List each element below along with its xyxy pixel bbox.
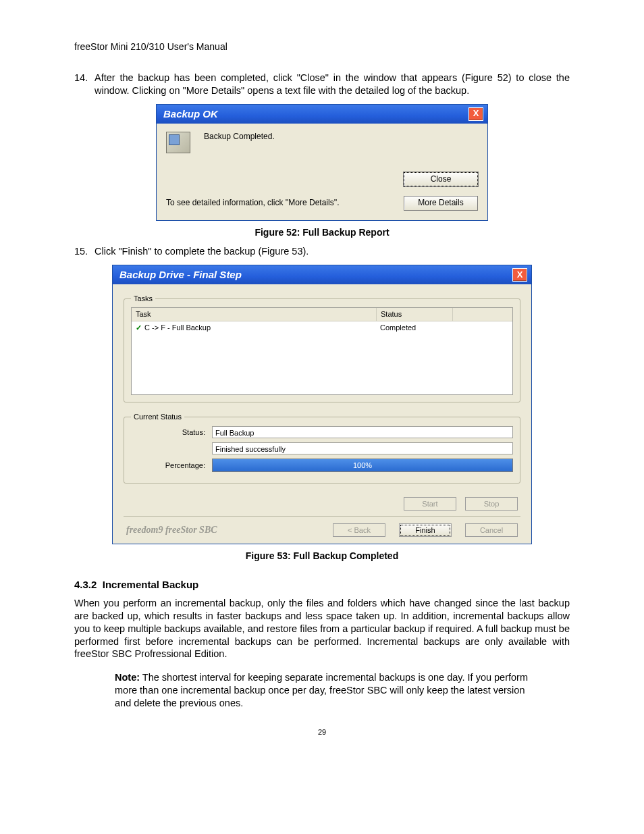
tasks-list[interactable]: Task Status ✓ C -> F - Full Backup Compl… — [131, 307, 513, 395]
backup-icon — [166, 132, 190, 153]
task-name: C -> F - Full Backup — [144, 323, 211, 332]
note-label: Note: — [115, 672, 140, 683]
dialog2-title: Backup Drive - Final Step — [119, 268, 242, 282]
dialog-title: Backup OK — [163, 107, 218, 121]
section-title: Incremental Backup — [103, 579, 199, 590]
brand-label: freedom9 freeStor SBC — [126, 524, 217, 536]
col-task[interactable]: Task — [132, 308, 377, 320]
col-empty — [453, 308, 512, 320]
current-status-legend: Current Status — [131, 412, 184, 421]
progress-value: 100% — [353, 461, 372, 470]
step-15: 15. Click "Finish" to complete the backu… — [74, 245, 570, 258]
cancel-button: Cancel — [465, 523, 518, 537]
tasks-header-row: Task Status — [132, 308, 512, 321]
tasks-fieldset: Tasks Task Status ✓ C -> F - Full Backup — [124, 294, 520, 402]
checkmark-icon: ✓ — [136, 323, 142, 332]
dialog2-titlebar[interactable]: Backup Drive - Final Step X — [113, 265, 531, 284]
finish-button[interactable]: Finish — [399, 523, 452, 537]
dialog-titlebar[interactable]: Backup OK X — [157, 105, 487, 124]
start-button: Start — [404, 497, 456, 511]
tasks-legend: Tasks — [131, 294, 155, 303]
final-step-dialog: Backup Drive - Final Step X Tasks Task S… — [112, 265, 532, 544]
close-icon[interactable]: X — [468, 107, 483, 121]
close-icon[interactable]: X — [512, 268, 527, 282]
status-value-1: Full Backup — [212, 426, 513, 438]
task-status: Completed — [376, 321, 452, 334]
step-15-text: Click "Finish" to complete the backup (F… — [95, 245, 570, 258]
page-number: 29 — [74, 727, 570, 737]
status-label: Status: — [131, 427, 212, 437]
step-14-number: 14. — [74, 72, 95, 97]
more-details-hint: To see detailed information, click ''Mor… — [166, 198, 340, 209]
step-14-text: After the backup has been completed, cli… — [95, 72, 570, 97]
current-status-fieldset: Current Status Status: Full Backup Finis… — [124, 412, 520, 483]
note-block: Note: The shortest interval for keeping … — [115, 671, 529, 710]
step-14: 14. After the backup has been completed,… — [74, 72, 570, 97]
more-details-button[interactable]: More Details — [404, 196, 478, 211]
manual-header: freeStor Mini 210/310 User's Manual — [74, 41, 570, 53]
incremental-paragraph: When you perform an incremental backup, … — [74, 597, 570, 660]
step-15-number: 15. — [74, 245, 95, 258]
table-row[interactable]: ✓ C -> F - Full Backup Completed — [132, 321, 512, 334]
backup-ok-dialog: Backup OK X Backup Completed. Close To s… — [156, 104, 488, 221]
col-status[interactable]: Status — [377, 308, 453, 320]
close-button[interactable]: Close — [404, 172, 478, 187]
note-text: The shortest interval for keeping separa… — [115, 672, 528, 708]
back-button: < Back — [333, 523, 385, 537]
section-number: 4.3.2 — [74, 579, 97, 590]
progress-bar: 100% — [212, 459, 513, 472]
stop-button: Stop — [465, 497, 518, 511]
status-value-2: Finished successfully — [212, 442, 513, 454]
backup-complete-message: Backup Completed. — [204, 132, 275, 142]
section-heading: 4.3.2 Incremental Backup — [74, 578, 570, 592]
figure-52-caption: Figure 52: Full Backup Report — [74, 226, 570, 238]
figure-53-caption: Figure 53: Full Backup Completed — [74, 550, 570, 562]
percentage-label: Percentage: — [131, 461, 212, 470]
